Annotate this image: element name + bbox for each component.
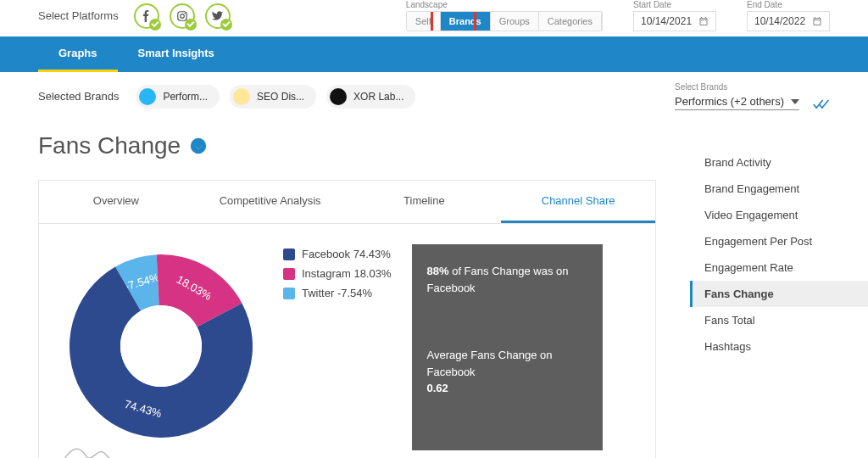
donut-chart: -7.54%18.03%74.43%	[59, 244, 263, 450]
start-date-input[interactable]: 10/14/2021	[633, 11, 716, 31]
chip-label: Perform...	[163, 91, 208, 103]
brand-chips: Perform...SEO Dis...XOR Lab...	[136, 85, 415, 109]
legend-item[interactable]: Twitter -7.54%	[283, 287, 392, 299]
selected-brands-label: Selected Brands	[38, 90, 119, 103]
legend-label: Facebook 74.43%	[302, 248, 391, 260]
legend-color	[283, 268, 295, 280]
channel-share-card: Overview Competitive Analysis Timeline C…	[38, 180, 656, 458]
legend-color	[283, 249, 295, 260]
metric-item[interactable]: Engagement Rate	[690, 254, 868, 281]
end-date-group: End Date 10/14/2022	[747, 0, 830, 31]
metric-item[interactable]: Fans Total	[690, 307, 868, 333]
calendar-icon	[812, 16, 822, 26]
metric-list: Brand ActivityBrand EngagementVideo Enga…	[690, 149, 868, 360]
svg-point-1	[180, 14, 184, 18]
seg-brands[interactable]: Brands	[441, 12, 491, 31]
start-date-group: Start Date 10/14/2021	[633, 0, 716, 31]
metric-item[interactable]: Engagement Per Post	[690, 228, 868, 254]
info-line2b: 0.62	[427, 382, 448, 394]
end-date-input[interactable]: 10/14/2022	[747, 11, 830, 31]
legend-item[interactable]: Instagram 18.03%	[283, 267, 392, 280]
seg-groups[interactable]: Groups	[491, 12, 539, 31]
seg-categories[interactable]: Categories	[539, 12, 602, 31]
donut-hole	[120, 305, 202, 387]
twitter-platform-toggle[interactable]	[205, 3, 231, 29]
brand-chip[interactable]: XOR Lab...	[326, 85, 415, 109]
metric-item[interactable]: Hashtags	[690, 333, 868, 360]
info-line2a: Average Fans Change on Facebook	[427, 349, 553, 378]
tab-channel-share[interactable]: Channel Share	[501, 181, 655, 223]
select-all-icon[interactable]	[813, 98, 830, 110]
platform-icons	[134, 3, 231, 29]
tab-smart-insights[interactable]: Smart Insights	[118, 36, 235, 72]
legend-label: Twitter -7.54%	[302, 287, 372, 299]
metric-item[interactable]: Brand Activity	[690, 149, 868, 176]
metric-item[interactable]: Fans Change	[690, 281, 868, 307]
brand-chip[interactable]: Perform...	[136, 85, 220, 109]
metric-item[interactable]: Brand Engagement	[690, 176, 868, 202]
page-title: Fans Change	[38, 132, 181, 159]
seg-self[interactable]: Self	[407, 12, 441, 31]
metric-item[interactable]: Video Engagement	[690, 202, 868, 228]
chip-label: XOR Lab...	[353, 91, 403, 103]
facebook-platform-toggle[interactable]	[134, 3, 159, 29]
start-date-value: 10/14/2021	[641, 15, 692, 27]
info-panel: 88% of Fans Change was on Facebook Avera…	[412, 244, 603, 450]
instagram-platform-toggle[interactable]	[170, 3, 195, 29]
chip-label: SEO Dis...	[257, 91, 304, 103]
platforms-label: Select Platforms	[38, 9, 119, 22]
check-icon	[149, 19, 161, 31]
select-brands-value: Performics (+2 others)	[675, 95, 784, 108]
tab-overview[interactable]: Overview	[39, 181, 193, 223]
check-icon	[220, 19, 232, 31]
landscape-label: Landscape	[406, 0, 603, 9]
tab-graphs[interactable]: Graphs	[38, 36, 118, 72]
chip-color-dot	[330, 88, 347, 105]
select-brands-label: Select Brands	[675, 82, 830, 92]
calendar-icon	[698, 16, 709, 26]
landscape-control: Landscape Self Brands Groups Categories	[406, 0, 603, 31]
legend-label: Instagram 18.03%	[302, 267, 392, 280]
main-nav: Graphs Smart Insights	[0, 36, 868, 72]
legend-color	[283, 288, 295, 299]
end-date-label: End Date	[747, 0, 830, 9]
svg-point-2	[184, 13, 185, 14]
legend-item[interactable]: Facebook 74.43%	[283, 248, 392, 260]
mini-line-chart	[64, 442, 124, 458]
end-date-value: 10/14/2022	[754, 15, 805, 27]
tab-timeline[interactable]: Timeline	[348, 181, 502, 223]
chip-color-dot	[233, 88, 250, 105]
select-brands-dropdown[interactable]: Performics (+2 others)	[675, 93, 799, 110]
brand-chip[interactable]: SEO Dis...	[230, 85, 316, 109]
check-icon	[185, 19, 197, 31]
chip-color-dot	[139, 88, 156, 105]
selected-brands-row: Selected Brands Perform...SEO Dis...XOR …	[0, 72, 868, 120]
chart-legend: Facebook 74.43%Instagram 18.03%Twitter -…	[283, 244, 392, 450]
info-percent: 88%	[427, 265, 449, 277]
tab-competitive-analysis[interactable]: Competitive Analysis	[193, 181, 348, 223]
download-icon[interactable]	[189, 137, 208, 155]
start-date-label: Start Date	[633, 0, 716, 9]
chevron-down-icon	[791, 98, 799, 106]
